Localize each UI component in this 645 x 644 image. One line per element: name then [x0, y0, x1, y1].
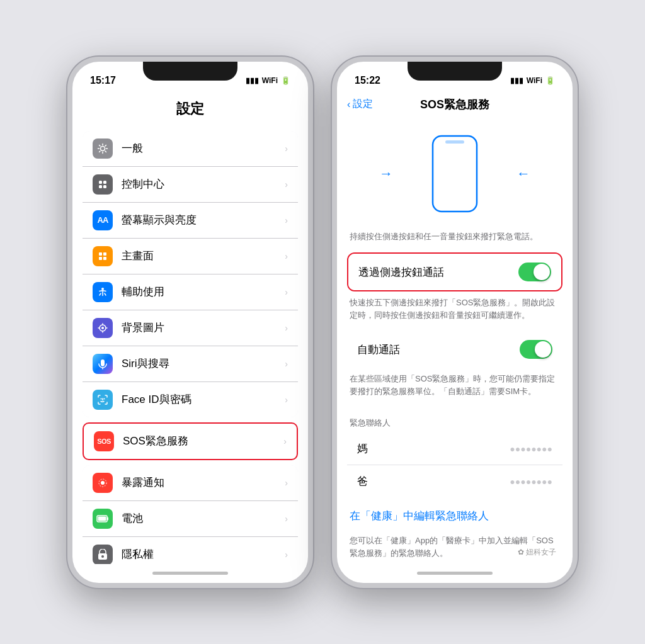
toggle-row-2: 自動通話 [347, 331, 562, 368]
settings-title: 設定 [72, 93, 308, 126]
contact-mom-phone: ●●●●●●●● [510, 444, 552, 454]
arrow-right-icon: → [379, 166, 393, 182]
edit-contacts-link[interactable]: 在「健康」中編輯緊急聯絡人 [337, 500, 573, 532]
svg-point-11 [101, 327, 104, 329]
toggle-row-1: 透過側邊按鈕通話 [348, 254, 561, 290]
svg-point-0 [101, 146, 105, 150]
wallpaper-icon [93, 318, 113, 338]
back-button[interactable]: ‹ 設定 [347, 98, 373, 111]
accessibility-chevron: › [285, 287, 288, 297]
status-icons-right: ▮▮▮ WiFi 🔋 [510, 76, 555, 85]
privacy-icon [93, 545, 113, 564]
toggle2-switch[interactable] [520, 340, 552, 359]
control-center-chevron: › [285, 179, 288, 189]
battery-icon [93, 509, 113, 529]
sos-diagram: → ← [337, 117, 573, 230]
svg-point-9 [101, 288, 104, 290]
svg-rect-4 [103, 185, 106, 188]
row-accessibility[interactable]: 輔助使用 › [83, 274, 298, 310]
faceid-label: Face ID與密碼 [122, 392, 280, 407]
sos-row-wrapper: SOS SOS緊急服務 › [83, 422, 298, 460]
general-icon [93, 138, 113, 159]
svg-point-16 [101, 481, 105, 485]
battery-icon-right: 🔋 [545, 76, 555, 85]
toggle-section-2: 自動通話 [347, 331, 562, 368]
general-chevron: › [285, 144, 288, 154]
row-general[interactable]: 一般 › [83, 131, 298, 167]
svg-rect-8 [103, 257, 106, 260]
phone-diagram-svg [430, 133, 480, 215]
row-faceid[interactable]: Face ID與密碼 › [83, 382, 298, 417]
signal-icon: ▮▮▮ [246, 76, 259, 85]
row-control-center[interactable]: 控制中心 › [83, 167, 298, 203]
settings-group-2: 暴露通知 › 電池 › [83, 465, 298, 564]
row-exposure[interactable]: 暴露通知 › [83, 465, 298, 501]
battery-label: 電池 [122, 511, 280, 526]
contact-mom-name: 媽 [357, 441, 510, 456]
toggle2-knob [535, 341, 551, 358]
exposure-label: 暴露通知 [122, 475, 280, 490]
toggle2-desc: 在某些區域使用「SOS緊急服務」時，您可能仍需要指定要撥打的緊急服務單位。「自動… [337, 370, 573, 407]
row-wallpaper[interactable]: 背景圖片 › [83, 310, 298, 346]
sos-icon: SOS [94, 431, 114, 451]
home-indicator [72, 564, 308, 583]
contact-row-dad[interactable]: 爸 ●●●●●●●● [347, 465, 562, 497]
row-siri[interactable]: Siri與搜尋 › [83, 346, 298, 382]
row-privacy[interactable]: 隱私權 › [83, 537, 298, 564]
toggle1-knob [534, 264, 550, 280]
row-homescreen[interactable]: 主畫面 › [83, 239, 298, 274]
svg-rect-7 [99, 257, 102, 260]
battery-icon: 🔋 [281, 76, 290, 85]
svg-rect-30 [445, 140, 464, 144]
homescreen-label: 主畫面 [122, 249, 280, 263]
row-display[interactable]: AA 螢幕顯示與亮度 › [83, 203, 298, 239]
back-label: 設定 [353, 98, 373, 111]
toggle1-switch[interactable] [518, 263, 551, 281]
battery-chevron: › [285, 514, 288, 524]
svg-rect-19 [107, 517, 108, 520]
display-chevron: › [285, 215, 288, 225]
svg-rect-3 [99, 185, 102, 188]
contact-row-mom[interactable]: 媽 ●●●●●●●● [347, 432, 562, 465]
siri-label: Siri與搜尋 [122, 356, 280, 371]
svg-rect-20 [98, 516, 106, 521]
control-center-label: 控制中心 [122, 177, 280, 191]
sos-chevron: › [283, 436, 287, 446]
nav-bar: ‹ 設定 SOS緊急服務 [337, 93, 573, 117]
homescreen-chevron: › [285, 251, 288, 261]
right-phone: 15:22 ▮▮▮ WiFi 🔋 ‹ 設定 SOS緊急服務 → ← [332, 57, 578, 588]
svg-rect-2 [103, 181, 106, 184]
wifi-icon-right: WiFi [527, 76, 542, 85]
accessibility-label: 輔助使用 [122, 285, 280, 299]
contact-dad-name: 爸 [357, 474, 510, 489]
emergency-contacts-header: 緊急聯絡人 [337, 407, 573, 432]
wallpaper-label: 背景圖片 [122, 320, 280, 335]
display-icon: AA [93, 210, 113, 230]
homescreen-icon [93, 246, 113, 266]
faceid-chevron: › [285, 395, 288, 405]
svg-rect-1 [99, 181, 102, 184]
watermark: ✿ 妞科女子 [514, 547, 560, 558]
arrow-left-icon: ← [517, 166, 530, 182]
notch [143, 62, 237, 81]
siri-icon [93, 354, 113, 374]
wifi-icon: WiFi [262, 76, 278, 85]
contacts-section: 媽 ●●●●●●●● 爸 ●●●●●●●● [347, 432, 562, 497]
faceid-icon [93, 390, 113, 410]
row-sos[interactable]: SOS SOS緊急服務 › [83, 422, 298, 460]
wallpaper-chevron: › [285, 323, 288, 333]
svg-rect-6 [103, 252, 106, 256]
back-chevron-icon: ‹ [347, 99, 350, 110]
privacy-chevron: › [285, 550, 288, 560]
home-bar-right [417, 572, 493, 575]
svg-point-13 [101, 398, 102, 399]
privacy-label: 隱私權 [122, 547, 280, 562]
exposure-icon [93, 473, 113, 493]
row-battery[interactable]: 電池 › [83, 501, 298, 537]
time-left: 15:17 [90, 75, 116, 86]
general-label: 一般 [122, 141, 280, 155]
display-label: 螢幕顯示與亮度 [122, 213, 280, 227]
accessibility-icon [93, 282, 113, 302]
control-center-icon [93, 174, 113, 195]
left-phone: 15:17 ▮▮▮ WiFi 🔋 設定 一般 › [67, 57, 313, 588]
